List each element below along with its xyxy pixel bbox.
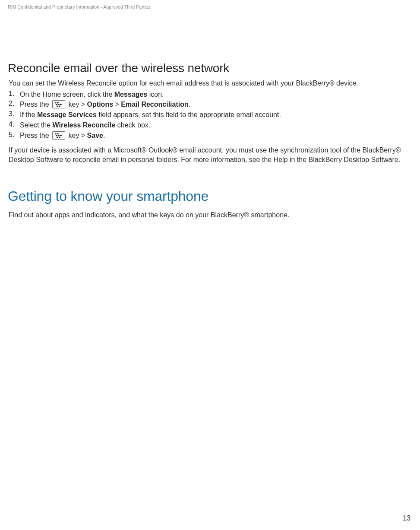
text: field appears, set this field to the app… [97,111,281,118]
bold: Message Services [37,111,97,118]
text: key > [66,101,87,108]
text: . [103,132,105,139]
svg-point-2 [56,104,57,105]
page-number: 13 [403,514,411,522]
intro-getting-to-know: Find out about apps and indicators, and … [8,210,412,220]
text: On the Home screen, click the [20,91,114,98]
text: Select the [20,121,53,129]
step-text: Select the Wireless Reconcile check box. [20,121,412,130]
svg-point-7 [55,133,57,135]
svg-point-11 [60,135,62,136]
text: If the [20,111,37,118]
step-5: 5. Press the key > Save. [9,131,412,140]
svg-point-3 [58,104,60,105]
step-number: 1. [9,90,20,98]
svg-point-10 [58,135,60,136]
step-2: 2. Press the key > Options > Email Recon… [9,100,412,109]
svg-point-6 [59,106,60,107]
svg-point-13 [59,137,60,138]
confidential-header: RIM Confidential and Proprietary Informa… [8,4,412,10]
text: Press the [20,132,51,139]
svg-point-12 [57,137,58,138]
steps-list: 1. On the Home screen, click the Message… [9,90,412,140]
bold: Messages [114,91,148,98]
page: RIM Confidential and Proprietary Informa… [0,0,420,530]
svg-point-1 [57,102,59,104]
step-text: Press the key > Save. [20,131,412,140]
step-4: 4. Select the Wireless Reconcile check b… [9,121,412,130]
step-number: 4. [9,121,20,128]
heading-reconcile: Reconcile email over the wireless networ… [8,61,412,75]
step-text: On the Home screen, click the Messages i… [20,90,412,99]
text: key > [66,132,87,139]
blackberry-key-icon [52,131,65,140]
step-number: 5. [9,131,20,139]
svg-point-8 [57,133,59,135]
svg-point-9 [56,135,57,136]
step-3: 3. If the Message Services field appears… [9,110,412,120]
text: . [189,101,190,108]
intro-reconcile: You can set the Wireless Reconcile optio… [8,79,412,88]
bold: Wireless Reconcile [53,121,116,129]
step-1: 1. On the Home screen, click the Message… [9,90,412,99]
text: icon. [147,91,164,98]
text: Press the [20,101,51,108]
svg-point-4 [60,104,62,105]
svg-point-0 [55,102,57,104]
blackberry-key-icon [52,100,65,108]
step-number: 3. [9,110,20,118]
heading-getting-to-know: Getting to know your smartphone [8,188,412,204]
section-reconcile: Reconcile email over the wireless networ… [8,61,412,164]
step-text: If the Message Services field appears, s… [20,110,412,120]
step-text: Press the key > Options > Email Reconcil… [20,100,412,109]
text: check box. [115,121,150,129]
text: > [113,101,121,108]
bold: Options [87,101,113,108]
svg-point-5 [57,106,58,107]
bold: Email Reconciliation [121,101,188,108]
bold: Save [87,132,103,139]
outlook-note: If your device is associated with a Micr… [8,146,412,164]
step-number: 2. [9,100,20,108]
